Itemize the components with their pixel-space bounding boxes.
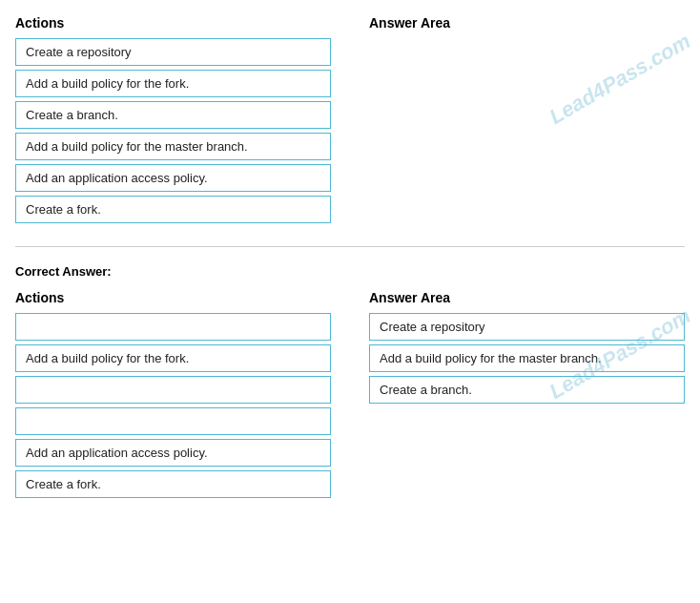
action-item-2-3[interactable]	[15, 407, 331, 435]
section2: Actions Add a build policy for the fork.…	[15, 290, 685, 502]
actions-title-1: Actions	[15, 15, 331, 31]
answer-item-2-2[interactable]: Create a branch.	[369, 376, 685, 404]
answer-title-2: Answer Area	[369, 290, 685, 305]
correct-answer-label: Correct Answer:	[15, 264, 685, 279]
answer-title-1: Answer Area	[369, 15, 685, 31]
answer-item-2-1[interactable]: Add a build policy for the master branch…	[369, 344, 685, 372]
action-item-1-0[interactable]: Create a repository	[15, 38, 331, 66]
action-item-1-5[interactable]: Create a fork.	[15, 196, 331, 223]
section1: Actions Create a repository Add a build …	[15, 15, 685, 227]
actions-column-1: Actions Create a repository Add a build …	[15, 15, 331, 227]
answer-column-1: Answer Area Lead4Pass.com	[369, 15, 685, 227]
action-item-2-0[interactable]	[15, 313, 331, 341]
action-item-1-1[interactable]: Add a build policy for the fork.	[15, 70, 331, 97]
action-item-1-3[interactable]: Add a build policy for the master branch…	[15, 133, 331, 160]
watermark-1: Lead4Pass.com	[546, 29, 695, 130]
action-item-2-1[interactable]: Add a build policy for the fork.	[15, 344, 331, 372]
action-item-2-5[interactable]: Create a fork.	[15, 470, 331, 498]
actions-column-2: Actions Add a build policy for the fork.…	[15, 290, 331, 502]
actions-title-2: Actions	[15, 290, 331, 305]
divider	[15, 246, 685, 247]
answer-item-2-0[interactable]: Create a repository	[369, 313, 685, 341]
action-item-1-2[interactable]: Create a branch.	[15, 101, 331, 129]
answer-column-2: Answer Area Lead4Pass.com Create a repos…	[369, 290, 685, 502]
action-item-2-2[interactable]	[15, 376, 331, 404]
action-item-2-4[interactable]: Add an application access policy.	[15, 439, 331, 467]
action-item-1-4[interactable]: Add an application access policy.	[15, 164, 331, 192]
